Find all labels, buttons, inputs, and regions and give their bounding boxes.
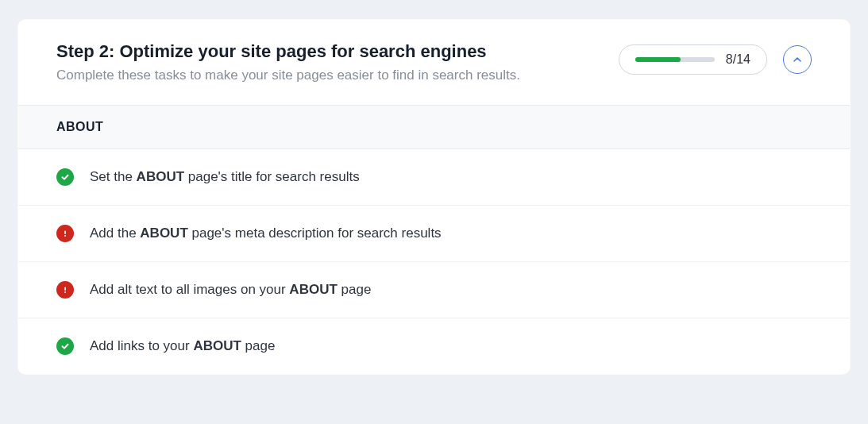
svg-point-3 xyxy=(64,291,66,293)
step-subtitle: Complete these tasks to make your site p… xyxy=(56,65,596,86)
progress-text: 8/14 xyxy=(726,52,750,67)
progress-fill xyxy=(635,57,681,62)
step-title: Step 2: Optimize your site pages for sea… xyxy=(56,40,596,64)
task-row[interactable]: Add alt text to all images on your ABOUT… xyxy=(18,262,850,318)
task-list: Set the ABOUT page's title for search re… xyxy=(18,149,850,374)
task-row[interactable]: Set the ABOUT page's title for search re… xyxy=(18,149,850,206)
check-circle-icon xyxy=(56,168,74,186)
progress-track xyxy=(635,57,715,62)
header-right: 8/14 xyxy=(619,44,812,75)
svg-rect-0 xyxy=(64,231,66,235)
title-block: Step 2: Optimize your site pages for sea… xyxy=(56,40,596,85)
task-text: Add the ABOUT page's meta description fo… xyxy=(90,225,442,241)
section-header-text: ABOUT xyxy=(56,120,103,133)
check-circle-icon xyxy=(56,337,74,355)
svg-rect-2 xyxy=(64,287,66,291)
task-text: Add links to your ABOUT page xyxy=(90,338,275,354)
step-card: Step 2: Optimize your site pages for sea… xyxy=(17,19,851,375)
collapse-button[interactable] xyxy=(783,45,812,74)
alert-circle-icon xyxy=(56,281,74,299)
svg-point-1 xyxy=(64,235,66,237)
chevron-up-icon xyxy=(793,55,802,64)
card-header: Step 2: Optimize your site pages for sea… xyxy=(18,20,850,105)
section-header: ABOUT xyxy=(18,105,850,149)
task-row[interactable]: Add the ABOUT page's meta description fo… xyxy=(18,206,850,262)
task-text: Set the ABOUT page's title for search re… xyxy=(90,169,360,185)
progress-pill: 8/14 xyxy=(619,44,767,75)
task-text: Add alt text to all images on your ABOUT… xyxy=(90,282,371,298)
alert-circle-icon xyxy=(56,225,74,242)
task-row[interactable]: Add links to your ABOUT page xyxy=(18,318,850,374)
